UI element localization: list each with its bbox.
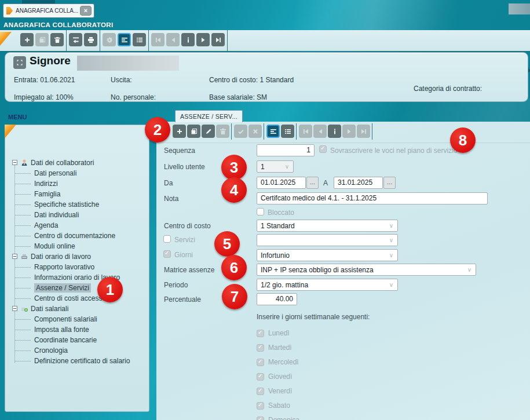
periodo-label: Periodo: [164, 281, 188, 289]
nav-last-button[interactable]: [211, 33, 225, 46]
menu-item-imposta-alla-fonte[interactable]: Imposta alla fonte: [5, 324, 149, 335]
menu-item-moduli-online[interactable]: Moduli online: [5, 241, 149, 251]
giorni-checkbox: [163, 250, 171, 258]
percentuale-label: Percentuale: [164, 295, 201, 304]
menu-item-definizione-certificato-di-salario[interactable]: Definizione certificato di salario: [5, 356, 149, 366]
menu-item-label: Dati personali: [34, 169, 76, 177]
nota-input[interactable]: Certifcato medico del 4.1. - 31.1.2025: [257, 192, 488, 204]
field-base-salariale: Base salariale: SM: [209, 93, 267, 101]
tree-connector: [15, 246, 31, 247]
tree-connector: [15, 319, 31, 320]
da-date-input[interactable]: 01.01.2025: [257, 177, 306, 189]
tree-collapse-icon[interactable]: [12, 160, 17, 165]
salary-icon: [20, 305, 28, 313]
copy-icon: [190, 127, 198, 136]
weekday-checkbox: [257, 402, 264, 410]
goto-record-button[interactable]: [69, 33, 82, 46]
nav-first-icon: [154, 36, 162, 44]
copy-button[interactable]: [187, 125, 200, 138]
menu-item-agenda[interactable]: Agenda: [5, 220, 149, 231]
trash-button[interactable]: [50, 33, 64, 46]
pencil-button[interactable]: [202, 125, 215, 138]
document-tab-anagrafica[interactable]: ANAGRAFICA COLLA... ×: [3, 3, 94, 18]
menu-item-assenze-servizi[interactable]: Assenze / Servizi: [5, 283, 149, 293]
info-icon: [184, 36, 192, 44]
menu-item-label: Centro di documentazione: [34, 232, 115, 240]
print-button[interactable]: [84, 33, 97, 46]
weekday-row: Domenica: [257, 416, 299, 420]
matrice-assenze-select[interactable]: INP + IP senza obbligo di assistenza ∨: [257, 264, 476, 276]
weekday-label: Mercoledì: [268, 358, 299, 366]
menu-item-label: Assenze / Servizi: [34, 283, 91, 293]
goto-record-icon: [72, 36, 80, 44]
weekday-checkbox: [257, 359, 264, 366]
menu-item-dati-salariali[interactable]: Dati salariali: [5, 304, 149, 314]
field-impiegato: Impiegato al: 100%: [14, 93, 74, 101]
menu-item-componenti-salariali[interactable]: Componenti salariali: [5, 314, 149, 324]
menu-item-label: Indirizzi: [34, 180, 58, 188]
form-view-button[interactable]: [266, 125, 280, 138]
toolbar-separator: [372, 123, 372, 140]
da-date-browse-button[interactable]: ...: [306, 177, 319, 189]
percentuale-input[interactable]: 40.00: [257, 293, 297, 305]
employee-salutation: Signore: [30, 54, 71, 67]
tree-connector: [15, 215, 31, 216]
nav-first-icon: [302, 127, 310, 136]
menu-item-centro-di-documentazione[interactable]: Centro di documentazione: [5, 231, 149, 241]
gear-icon: [105, 36, 114, 44]
corner-fold-icon: [5, 125, 16, 138]
plus-icon: [176, 127, 184, 136]
tab-close-icon[interactable]: ×: [80, 6, 92, 16]
nav-next-button[interactable]: [196, 33, 210, 46]
sequenza-input[interactable]: 1: [257, 144, 315, 156]
tab-assenze-servizi[interactable]: ASSENZE / SERV...: [175, 110, 243, 122]
info-button[interactable]: [181, 33, 195, 46]
centro-di-costo-select[interactable]: 1 Standard ∨: [257, 220, 398, 232]
menu-item-coordinate-bancarie[interactable]: Coordinate bancarie: [5, 335, 149, 345]
field-uscita: Uscita:: [111, 76, 132, 84]
annotation-badge-6: 6: [221, 255, 247, 280]
menu-item-dati-dei-collaboratori[interactable]: Dati dei collaboratori: [5, 158, 149, 168]
plus-button[interactable]: [173, 125, 186, 138]
plus-button[interactable]: [20, 33, 34, 46]
menu-item-centro-di-costi-accessorio[interactable]: Centro di costi accessorio: [5, 293, 149, 304]
toolbar-separator: [231, 123, 232, 140]
servizi-select[interactable]: ∨: [257, 234, 398, 246]
nav-prev-button: [313, 125, 327, 138]
periodo-select[interactable]: 1/2 gio. mattina ∨: [257, 279, 398, 291]
employee-summary-panel: Signore Entrata: 01.06.2021 Uscita: Cent…: [5, 52, 528, 102]
menu-item-dati-personali[interactable]: Dati personali: [5, 168, 149, 178]
weekday-label: Martedì: [268, 344, 292, 352]
toolbar-separator: [296, 123, 297, 140]
menu-item-cronologia[interactable]: Cronologia: [5, 345, 149, 356]
bloccato-checkbox[interactable]: [257, 208, 264, 216]
list-view-button[interactable]: [133, 33, 146, 46]
a-date-input[interactable]: 31.01.2025: [334, 177, 383, 189]
menu-item-famiglia[interactable]: Famiglia: [5, 189, 149, 199]
list-view-button[interactable]: [281, 125, 294, 138]
list-view-icon: [284, 127, 292, 136]
menu-item-dati-individuali[interactable]: Dati individuali: [5, 210, 149, 220]
a-date-browse-button[interactable]: ...: [383, 177, 396, 189]
chevron-down-icon: ∨: [283, 163, 293, 170]
menu-item-indirizzi[interactable]: Indirizzi: [5, 178, 149, 189]
menu-item-specifiche-statistiche[interactable]: Specifiche statistiche: [5, 199, 149, 210]
menu-item-informazioni-orario-di-lavoro[interactable]: Informazioni orario di lavoro: [5, 272, 149, 283]
expand-icon[interactable]: [13, 56, 26, 69]
nav-next-button: [342, 125, 356, 138]
giorni-select[interactable]: Infortunio ∨: [257, 249, 398, 261]
chevron-down-icon: ∨: [387, 222, 397, 229]
form-view-button[interactable]: [118, 33, 131, 46]
check-icon: [237, 127, 245, 136]
menu-item-dati-orario-di-lavoro[interactable]: Dati orario di lavoro: [5, 251, 149, 262]
menu-item-label: Moduli online: [34, 242, 75, 250]
tree-collapse-icon[interactable]: [12, 306, 17, 311]
redacted-employee-name: [77, 56, 179, 71]
info-button[interactable]: [328, 125, 341, 138]
worktime-icon: [20, 253, 28, 261]
annotation-badge-1: 1: [97, 277, 123, 302]
tree-collapse-icon[interactable]: [12, 254, 17, 259]
nav-prev-button: [166, 33, 180, 46]
menu-item-label: Definizione certificato di salario: [34, 357, 130, 365]
menu-item-rapporto-lavorativo[interactable]: Rapporto lavorativo: [5, 262, 149, 272]
